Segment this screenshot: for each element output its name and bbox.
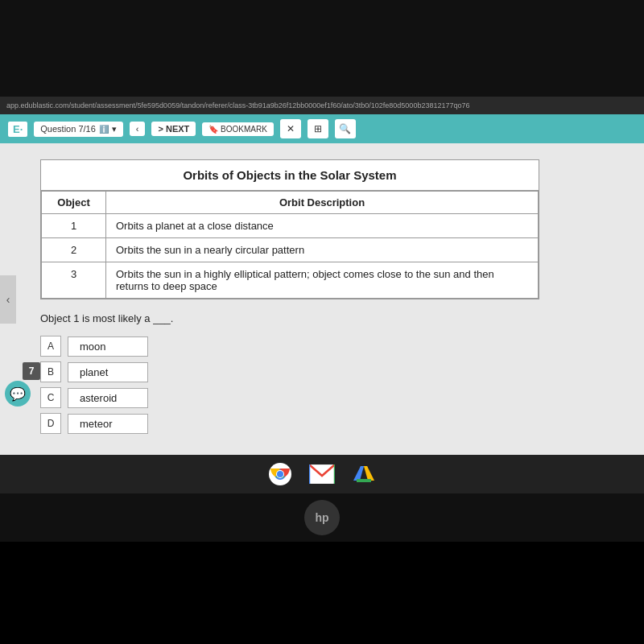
- question-counter: Question 7/16 ℹ️ ▾: [34, 122, 123, 137]
- answer-text: asteroid: [68, 388, 148, 408]
- table-cell-description: Orbits a planet at a close distance: [106, 214, 539, 238]
- prev-icon: ‹: [136, 124, 139, 134]
- svg-point-3: [277, 471, 283, 477]
- info-icon: ℹ️: [99, 125, 109, 134]
- table-title: Orbits of Objects in the Solar System: [41, 160, 539, 191]
- answer-letter: C: [40, 387, 61, 408]
- table-cell-object: 3: [42, 262, 106, 299]
- hp-area: hp: [0, 493, 644, 542]
- table-cell-object: 1: [42, 214, 106, 238]
- close-icon: ✕: [287, 123, 295, 134]
- bookmark-button[interactable]: 🔖 BOOKMARK: [202, 122, 274, 136]
- table-row: 3Orbits the sun in a highly elliptical p…: [42, 262, 539, 299]
- answer-option[interactable]: Amoon: [40, 336, 620, 357]
- chrome-icon[interactable]: [267, 461, 293, 487]
- col-header-description: Orbit Description: [106, 192, 539, 214]
- close-button[interactable]: ✕: [280, 119, 301, 138]
- orbit-table-container: Orbits of Objects in the Solar System Ob…: [40, 159, 539, 299]
- table-cell-object: 2: [42, 238, 106, 262]
- left-nav-arrow[interactable]: ‹: [0, 275, 16, 324]
- answer-letter: D: [40, 413, 61, 434]
- orbit-table: Object Orbit Description 1Orbits a plane…: [41, 191, 539, 299]
- gmail-icon[interactable]: [309, 461, 335, 487]
- answer-option[interactable]: Casteroid: [40, 387, 620, 408]
- question-text: Object 1 is most likely a ___.: [40, 312, 620, 324]
- answer-text: moon: [68, 336, 148, 357]
- answer-option[interactable]: Dmeteor: [40, 413, 620, 434]
- table-cell-description: Orbits the sun in a nearly circular patt…: [106, 238, 539, 262]
- main-content: ‹ Orbits of Objects in the Solar System …: [0, 143, 644, 455]
- answer-text: planet: [68, 362, 148, 382]
- table-cell-description: Orbits the sun in a highly elliptical pa…: [106, 262, 539, 299]
- col-header-object: Object: [42, 192, 106, 214]
- top-black-bar: [0, 0, 644, 97]
- url-bar: app.edublastic.com/student/assessment/5f…: [0, 97, 644, 114]
- answer-option[interactable]: Bplanet: [40, 361, 620, 382]
- app-logo: E·: [8, 122, 27, 137]
- search-button[interactable]: 🔍: [335, 119, 356, 138]
- answer-letter: B: [40, 361, 61, 382]
- bottom-taskbar: [0, 455, 644, 493]
- prev-button[interactable]: ‹: [130, 122, 146, 136]
- question-number-badge: 7: [23, 362, 40, 380]
- next-button[interactable]: > NEXT: [151, 122, 196, 136]
- grid-button[interactable]: ⊞: [308, 119, 328, 138]
- answers-container: AmoonBplanetCasteroidDmeteor: [40, 336, 620, 434]
- drive-icon[interactable]: [351, 461, 377, 487]
- url-text: app.edublastic.com/student/assessment/5f…: [6, 101, 469, 109]
- screen-wrapper: app.edublastic.com/student/assessment/5f…: [0, 0, 644, 644]
- hp-logo: hp: [304, 500, 340, 535]
- grid-icon: ⊞: [314, 123, 322, 134]
- nav-bar: E· Question 7/16 ℹ️ ▾ ‹ > NEXT 🔖 BOOKMAR…: [0, 114, 644, 143]
- chat-icon[interactable]: 💬: [5, 381, 31, 407]
- svg-rect-13: [357, 479, 371, 482]
- answer-text: meteor: [68, 414, 148, 434]
- search-icon: 🔍: [339, 123, 351, 134]
- table-row: 2Orbits the sun in a nearly circular pat…: [42, 238, 539, 262]
- table-row: 1Orbits a planet at a close distance: [42, 214, 539, 238]
- answer-letter: A: [40, 336, 61, 357]
- chevron-down-icon: ▾: [112, 124, 117, 134]
